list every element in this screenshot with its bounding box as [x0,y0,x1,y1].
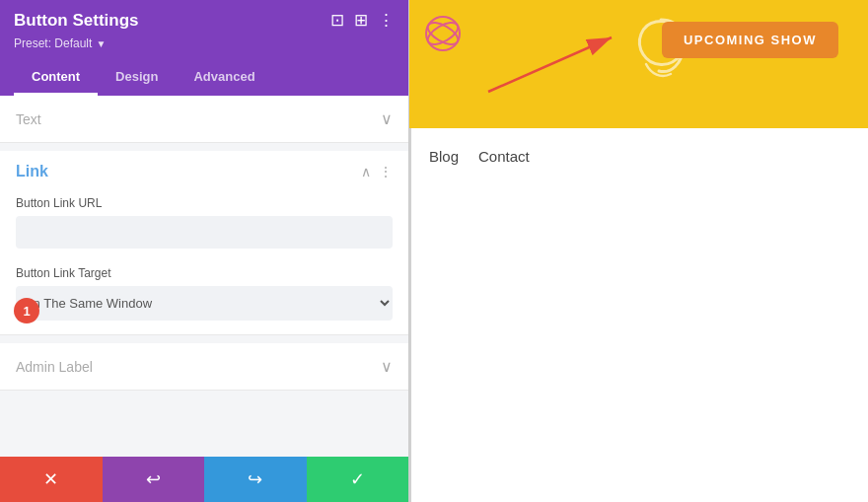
confirm-icon: ✓ [350,468,365,490]
badge-1: 1 [14,298,39,323]
url-field-label: Button Link URL [16,196,393,210]
cancel-button[interactable]: ✕ [0,457,103,502]
upcoming-show-button[interactable]: UPCOMING SHOW [662,22,838,58]
preset-dropdown-arrow: ▼ [96,38,106,49]
admin-label-text: Admin Label [16,359,93,375]
tab-design[interactable]: Design [98,60,176,96]
link-section-title: Link [16,163,48,180]
blog-link[interactable]: Blog [429,148,459,165]
panel-body: Text ∨ Link ∧ ⋮ Button Link URL Button L… [0,96,408,457]
columns-icon[interactable]: ⊞ [354,10,368,31]
undo-icon: ↩ [146,468,161,490]
preview-top-area: UPCOMING SHOW [409,0,868,128]
redo-icon: ↪ [248,468,262,490]
svg-line-4 [488,37,612,92]
preview-area: UPCOMING SHOW Blog Contact [409,0,868,502]
preset-row[interactable]: Preset: Default ▼ [14,36,395,50]
text-section-header[interactable]: Text ∨ [0,96,408,142]
target-select[interactable]: In The Same Window In The New Tab [16,286,393,321]
expand-icon[interactable]: ⊡ [330,10,344,31]
text-section: Text ∨ [0,96,408,143]
url-field-block: Button Link URL [0,192,408,262]
admin-label-chevron: ∨ [381,357,393,376]
panel-title: Button Settings [14,11,139,31]
undo-button[interactable]: ↩ [103,457,205,502]
cancel-icon: ✕ [43,468,58,490]
link-more-icon[interactable]: ⋮ [379,164,393,179]
preset-label: Preset: Default [14,36,92,50]
dribbble-icon [425,16,461,51]
admin-label-header[interactable]: Admin Label ∨ [0,343,408,390]
tabs-row: Content Design Advanced [14,60,395,96]
url-input[interactable] [16,216,393,249]
vertical-divider [409,128,411,502]
link-header-row: Link ∧ ⋮ [0,151,408,192]
redo-button[interactable]: ↪ [204,457,307,502]
settings-panel: Button Settings ⊡ ⊞ ⋮ Preset: Default ▼ … [0,0,409,502]
panel-title-icons: ⊡ ⊞ ⋮ [330,10,395,31]
target-field-block: Button Link Target In The Same Window In… [0,262,408,334]
arrow-indicator [459,28,656,107]
more-icon[interactable]: ⋮ [378,10,395,31]
admin-label-section: Admin Label ∨ [0,343,408,391]
link-collapse-icon[interactable]: ∧ [361,164,371,179]
panel-header: Button Settings ⊡ ⊞ ⋮ Preset: Default ▼ … [0,0,408,96]
contact-link[interactable]: Contact [478,148,530,165]
text-chevron-icon: ∨ [381,109,393,128]
text-section-label: Text [16,111,41,127]
target-field-label: Button Link Target [16,266,393,280]
bottom-bar: ✕ ↩ ↪ ✓ [0,457,408,502]
tab-content[interactable]: Content [14,60,98,96]
confirm-button[interactable]: ✓ [307,457,409,502]
link-header-icons: ∧ ⋮ [361,164,393,179]
link-section: Link ∧ ⋮ Button Link URL Button Link Tar… [0,151,408,335]
tab-advanced[interactable]: Advanced [176,60,272,96]
preview-nav-area: Blog Contact [409,128,868,502]
panel-title-row: Button Settings ⊡ ⊞ ⋮ [14,10,395,31]
